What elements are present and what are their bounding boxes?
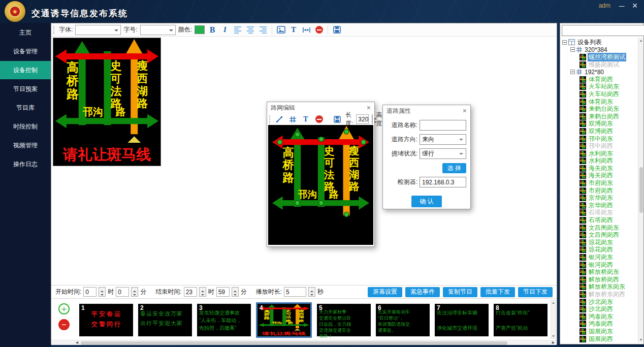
tree-device-2-24[interactable]: 琼花岗西 [560,246,643,254]
action-button-4[interactable]: 批量下发 [480,287,515,297]
tree-device-2-7[interactable]: 双博岗东 [560,120,643,128]
sign-preview[interactable]: 高桥路史可法路瘦西湖路邗沟路请礼让斑马线 [53,38,161,166]
playlist-item-7[interactable]: 7依法治理非标车辆 净化城市交通环境 [435,304,489,336]
end-minute-spinner[interactable] [232,287,239,297]
sidebar-item-4[interactable]: 节目预案 [0,80,51,98]
tree-device-2-13[interactable]: 海关岗东 [560,165,643,172]
sidebar-item-5[interactable]: 节目库 [0,99,51,117]
playlist-vertical-scrollbar[interactable]: ▲ ▼ [551,300,556,339]
tree-device-2-31[interactable]: 沙北岗东 [560,298,643,306]
delete-icon[interactable] [314,25,324,35]
tree-device-2-8[interactable]: 双博岗西 [560,128,643,135]
editor-save-icon[interactable] [332,114,342,124]
playlist-item-1[interactable]: 1平安春运交警同行 [79,304,133,336]
start-minute-input[interactable]: 0 [116,287,129,297]
duration-input[interactable]: 5 [284,287,306,297]
tree-device-2-28[interactable]: 解放桥岗西 [560,276,643,283]
sidebar-item-8[interactable]: 操作日志 [0,155,51,173]
scroll-right-icon[interactable]: ► [551,340,556,345]
action-button-1[interactable]: 屏幕设置 [368,287,402,297]
playlist-horizontal-scrollbar[interactable]: ◄ ► [51,340,557,345]
tree-device-2-29[interactable]: 解放桥东岗东 [560,283,643,291]
tree-device-1-1[interactable]: 螺丝湾桥测试 [560,53,643,61]
tree-device-2-21[interactable]: 文昌阁岗东 [560,224,643,232]
editor-text-tool-button[interactable]: T [301,114,311,124]
tree-device-2-5[interactable]: 来鹤台岗东 [560,105,643,113]
device-search-input[interactable] [562,25,644,36]
props-close-icon[interactable]: × [463,107,467,115]
tree-device-2-36[interactable]: 国展岗西 [560,335,643,342]
start-hour-input[interactable]: 0 [83,287,96,297]
font-select[interactable] [75,25,121,35]
duration-spinner[interactable] [308,287,315,297]
tree-device-2-27[interactable]: 解放桥岗东 [560,268,643,276]
length-input[interactable]: 320 [356,114,369,124]
road-icon[interactable] [287,114,298,124]
text-tool-button[interactable]: T [288,25,299,35]
bold-button[interactable]: B [207,25,217,35]
size-select[interactable] [140,25,176,35]
tree-device-2-22[interactable]: 文昌阁岗西 [560,231,643,239]
minimize-icon[interactable]: ─ [617,2,627,10]
tree-device-2-4[interactable]: 体育岗东 [560,98,643,106]
tree-device-2-3[interactable]: 火车站岗西 [560,90,643,98]
tree-device-2-2[interactable]: 火车站岗东 [560,83,643,91]
tree-scroll-down-icon[interactable]: ▼ [639,338,643,341]
playlist-item-4[interactable]: 4高桥路史可法路瘦西湖路邗沟路请礼让斑马线 [256,302,312,338]
collapse-icon[interactable] [562,40,567,45]
tree-device-2-26[interactable]: 银河岗西 [560,261,643,269]
editor-canvas[interactable]: 高桥路史可法路瘦西湖路邗沟路 [268,125,373,245]
dimension-icon[interactable] [301,25,311,35]
sidebar-item-7[interactable]: 视频管理 [0,136,51,154]
tree-device-2-32[interactable]: 沙北岗西 [560,305,643,313]
color-swatch[interactable] [195,25,205,34]
collapse-icon[interactable] [570,47,575,52]
start-hour-spinner[interactable] [99,287,106,297]
editor-close-icon[interactable]: × [367,104,371,112]
length-spinner[interactable] [372,114,373,124]
action-button-3[interactable]: 复制节目 [443,287,477,297]
confirm-button[interactable]: 确 认 [411,196,441,207]
tree-device-2-33[interactable]: 鸿泰岗东 [560,313,643,321]
tree-device-2-23[interactable]: 琼花岗东 [560,239,643,246]
sidebar-item-2[interactable]: 设备管理 [0,42,51,60]
align-right-icon[interactable] [258,25,268,35]
tree-device-2-25[interactable]: 银河岗东 [560,254,643,261]
action-button-2[interactable]: 紧急事件 [405,287,440,297]
tree-device-2-20[interactable]: 石塔岗西 [560,216,643,224]
tree-device-2-14[interactable]: 海关岗西 [560,172,643,180]
tree-device-2-1[interactable]: 体育岗西 [560,76,643,83]
tree-device-2-6[interactable]: 来鹤台岗西 [560,113,643,120]
sidebar-item-3[interactable]: 设备控制 [0,61,51,79]
tree-device-2-10[interactable]: 邗中岗西 [560,142,643,150]
sidebar-item-6[interactable]: 时段控制 [0,117,51,136]
tree-group-2[interactable]: 192*80 [560,68,643,76]
scroll-left-icon[interactable]: ◄ [75,340,79,345]
tree-device-2-11[interactable]: 水利岗东 [560,150,643,157]
tree-device-2-35[interactable]: 国展岗东 [560,328,643,335]
detector-input[interactable]: 192.168.0.3 [420,177,466,187]
scroll-down-icon[interactable]: ▼ [552,334,555,338]
italic-button[interactable]: I [220,25,230,35]
congestion-select[interactable]: 缓行 [420,148,466,159]
tree-device-2-30[interactable]: 解放桥东岗西 [560,291,643,298]
remove-program-button[interactable]: − [58,319,70,330]
road-direction-select[interactable]: 来向 [420,134,466,145]
tree-device-2-16[interactable]: 市府岗西 [560,187,643,195]
playlist-item-3[interactable]: 3发生轻微交通事故“人未伤，车能动，先拍照，后撤离” [197,304,251,336]
align-left-icon[interactable] [233,25,243,35]
tree-device-1-2[interactable]: 维扬岗测试 [560,61,643,69]
insert-image-icon[interactable] [276,25,286,35]
sidebar-item-1[interactable]: 主页 [0,23,51,42]
tree-device-2-15[interactable]: 市府岗东 [560,179,643,187]
start-minute-spinner[interactable] [131,287,138,297]
close-icon[interactable]: × [630,1,640,11]
tree-group-1[interactable]: 320*384 [560,46,643,54]
add-program-button[interactable]: + [58,303,70,314]
playlist-item-8[interactable]: 8打击改装“炸街” 严查严惩“机动 [494,304,548,336]
tree-device-2-34[interactable]: 鸿泰岗西 [560,321,643,328]
tree-device-2-9[interactable]: 邗中岗东 [560,135,643,143]
tree-device-2-18[interactable]: 京华岗西 [560,202,643,209]
collapse-icon[interactable] [570,70,575,74]
editor-dialog-titlebar[interactable]: 路网编辑 × [267,102,374,113]
